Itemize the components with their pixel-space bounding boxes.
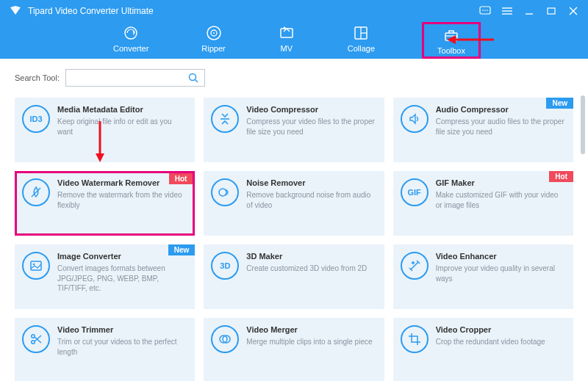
tab-label: Toolbox [437, 46, 465, 55]
hot-badge: Hot [549, 171, 573, 182]
tab-label: Ripper [201, 44, 225, 53]
3d-icon: 3D [211, 252, 239, 280]
minimize-icon[interactable] [523, 5, 535, 17]
enhance-icon [401, 252, 429, 280]
tab-label: Collage [348, 44, 375, 53]
watermark-icon [22, 178, 50, 206]
app-title: Tipard Video Converter Ultimate [28, 6, 479, 16]
search-label: Search Tool: [15, 73, 60, 82]
card-desc: Convert images formats between JPG/JPEG,… [57, 264, 186, 294]
tool-noise-remover[interactable]: Noise Remover Remove background noise fr… [204, 171, 384, 236]
tab-ripper[interactable]: Ripper [196, 22, 231, 59]
svg-point-28 [33, 264, 35, 266]
svg-line-25 [32, 188, 40, 197]
tool-grid: ID3 Media Metadata Editor Keep original … [15, 98, 573, 381]
svg-point-14 [213, 32, 215, 34]
tool-video-enhancer[interactable]: Video Enhancer Improve your video qualit… [393, 244, 573, 309]
ripper-icon [206, 25, 222, 41]
tool-audio-compressor[interactable]: New Audio Compressor Compress your audio… [393, 98, 573, 162]
card-title: Video Enhancer [436, 252, 564, 261]
content-area: Search Tool: ID3 Media Metadata Editor K… [0, 59, 588, 381]
card-desc: Keep original file info or edit as you w… [57, 117, 186, 137]
card-desc: Create customized 3D video from 2D [246, 264, 375, 274]
merge-icon [211, 325, 239, 353]
tool-media-metadata-editor[interactable]: ID3 Media Metadata Editor Keep original … [15, 98, 195, 162]
card-desc: Improve your video quality in several wa… [436, 264, 564, 283]
tool-gif-maker[interactable]: Hot GIF GIF Maker Make customized GIF wi… [393, 171, 573, 236]
tab-label: MV [280, 44, 293, 53]
svg-point-22 [189, 74, 196, 81]
card-title: Noise Remover [246, 178, 375, 187]
search-input[interactable] [71, 70, 187, 86]
menu-icon[interactable] [501, 5, 513, 17]
image-icon [22, 252, 50, 280]
collage-icon [353, 25, 369, 41]
converter-icon [123, 25, 139, 41]
toolbox-icon [443, 27, 459, 43]
titlebar-top: Tipard Video Converter Ultimate [0, 0, 588, 22]
search-icon[interactable] [187, 71, 200, 84]
card-title: Video Cropper [436, 325, 564, 334]
gif-icon: GIF [401, 178, 429, 206]
tool-video-cropper[interactable]: Video Cropper Crop the redundant video f… [393, 318, 573, 381]
id3-icon: ID3 [22, 105, 50, 133]
card-title: GIF Maker [436, 178, 564, 187]
new-badge: New [546, 98, 573, 109]
card-desc: Trim or cut your videos to the perfect l… [57, 337, 186, 357]
tab-collage[interactable]: Collage [342, 22, 381, 59]
card-desc: Compress your audio files to the proper … [436, 117, 564, 137]
svg-point-26 [219, 189, 226, 196]
new-badge: New [168, 244, 196, 255]
compress-icon [211, 105, 239, 133]
svg-point-2 [484, 10, 486, 11]
feedback-icon[interactable] [479, 5, 491, 17]
card-desc: Merge multiple clips into a single piece [246, 337, 375, 347]
svg-line-23 [195, 80, 198, 83]
main-tabs: Converter Ripper MV Collage Toolbox [0, 22, 588, 59]
hot-badge: Hot [169, 173, 193, 184]
search-row: Search Tool: [15, 69, 573, 87]
card-desc: Crop the redundant video footage [436, 337, 564, 347]
card-title: Audio Compressor [436, 105, 564, 114]
tool-video-merger[interactable]: Video Merger Merge multiple clips into a… [204, 318, 384, 381]
card-title: Video Compressor [246, 105, 375, 114]
app-logo-icon [9, 4, 22, 18]
tool-video-trimmer[interactable]: Video Trimmer Trim or cut your videos to… [15, 318, 195, 381]
card-desc: Remove background noise from audio of vi… [246, 190, 375, 210]
tab-mv[interactable]: MV [273, 22, 301, 59]
card-title: Image Converter [57, 252, 186, 261]
scrollbar[interactable] [581, 95, 585, 154]
audio-compress-icon [401, 105, 429, 133]
mv-icon [279, 25, 295, 41]
card-desc: Make customized GIF with your video or i… [436, 190, 564, 210]
svg-rect-8 [548, 8, 555, 14]
card-title: Video Merger [246, 325, 375, 334]
card-title: Video Watermark Remover [57, 178, 186, 187]
card-title: 3D Maker [246, 252, 375, 261]
crop-icon [401, 325, 429, 353]
tab-toolbox[interactable]: Toolbox [422, 22, 481, 59]
svg-point-3 [487, 10, 488, 11]
svg-point-16 [283, 27, 285, 29]
tool-video-watermark-remover[interactable]: Hot Video Watermark Remover Remove the w… [15, 171, 195, 236]
card-title: Media Metadata Editor [57, 105, 186, 114]
card-desc: Remove the watermark from the video flex… [57, 190, 186, 210]
window-controls [479, 5, 579, 17]
titlebar: Tipard Video Converter Ultimate Con [0, 0, 588, 59]
maximize-icon[interactable] [545, 5, 557, 17]
tab-converter[interactable]: Converter [107, 22, 154, 59]
svg-rect-20 [445, 33, 457, 40]
close-icon[interactable] [567, 5, 579, 17]
svg-rect-15 [281, 29, 293, 37]
tab-label: Converter [113, 44, 148, 53]
tool-image-converter[interactable]: New Image Converter Convert images forma… [15, 244, 195, 309]
trim-icon [22, 325, 50, 353]
card-desc: Compress your video files to the proper … [246, 117, 375, 137]
tool-3d-maker[interactable]: 3D 3D Maker Create customized 3D video f… [204, 244, 384, 309]
card-title: Video Trimmer [57, 325, 186, 334]
tool-video-compressor[interactable]: Video Compressor Compress your video fil… [204, 98, 384, 162]
noise-icon [211, 178, 239, 206]
search-box [65, 69, 205, 87]
svg-point-1 [482, 10, 484, 11]
